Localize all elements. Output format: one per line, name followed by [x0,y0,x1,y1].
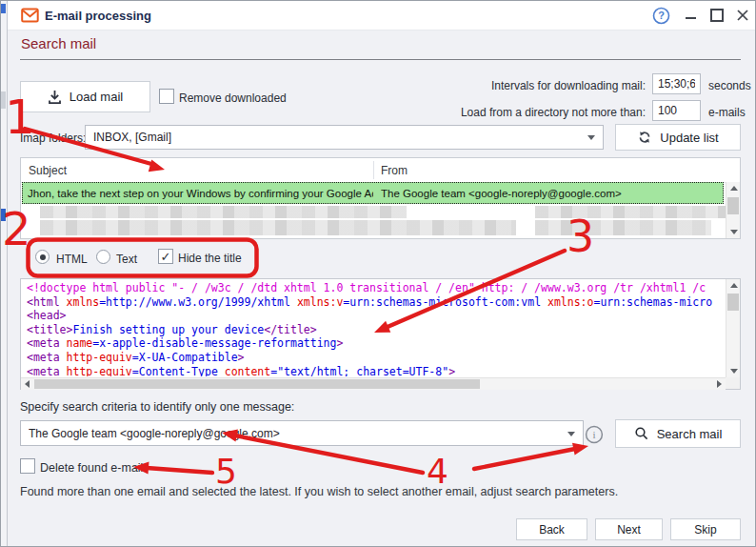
html-source-panel: <!doctype html public "- / /w3c / /dtd x… [20,278,741,390]
code-scrollbar-horizontal[interactable] [21,377,726,390]
redacted-mail-row [40,220,516,235]
search-mail-button[interactable]: Search mail [615,419,741,448]
email-envelope-icon [21,8,39,23]
search-icon [634,426,649,441]
search-criteria-dropdown[interactable]: The Google team <google-noreply@google.c… [20,420,584,446]
svg-text:?: ? [658,10,665,21]
background-mark [1,209,6,221]
check-icon: ✓ [161,251,171,263]
scrollbar-corner [726,377,740,389]
column-header-subject[interactable]: Subject [29,164,67,177]
section-divider [20,59,741,60]
background-mark [1,91,6,109]
radio-html-label: HTML [56,253,88,266]
directory-unit-label: e-mails [708,106,746,119]
radio-text-label: Text [116,253,137,266]
scroll-right-icon[interactable] [713,378,726,390]
status-message: Found more than one email and selected t… [20,485,729,498]
redacted-mail-row [40,206,407,218]
intervals-input[interactable] [652,73,701,94]
scroll-left-icon[interactable] [21,378,33,390]
minimize-icon [686,17,696,19]
mail-row-subject: Jhon, take the next step on your Windows… [28,188,373,199]
column-header-from[interactable]: From [381,164,408,177]
minimize-button[interactable] [681,6,700,25]
search-criteria-label: Specify search criteria to identify only… [20,400,294,414]
imap-folders-dropdown[interactable]: INBOX, [Gmail] [85,125,604,150]
load-mail-button[interactable]: Load mail [20,81,150,112]
mail-row-selected[interactable]: Jhon, take the next step on your Windows… [22,182,724,204]
svg-text:i: i [592,429,595,440]
intervals-label: Intervals for downloading mail: [410,79,646,92]
mail-list-header: Subject From [21,158,740,183]
mail-list: Subject From Jhon, take the next step on… [20,157,741,239]
refresh-icon [637,130,652,145]
chevron-down-icon [587,135,595,140]
chevron-down-icon [567,432,575,436]
hide-title-checkbox[interactable]: ✓ [158,249,173,264]
search-criteria-value: The Google team <google-noreply@google.c… [29,427,280,440]
maximize-icon [710,9,724,22]
window-title: E-mail processing [45,9,151,23]
background-app-edge [1,1,8,547]
mail-row-from: The Google team <google-noreply@google.c… [381,188,622,199]
imap-folders-label: Imap folders: [20,132,86,145]
info-icon[interactable]: i [585,425,604,444]
search-mail-label: Search mail [657,427,723,441]
update-list-button[interactable]: Update list [615,124,741,151]
maximize-button[interactable] [707,6,726,25]
column-divider [373,161,374,179]
scroll-down-icon[interactable] [726,226,741,238]
scroll-up-icon[interactable] [726,279,741,292]
close-icon [736,9,749,22]
load-mail-label: Load mail [70,90,123,104]
html-source-view[interactable]: <!doctype html public "- / /w3c / /dtd x… [27,281,724,376]
scrollbar-thumb[interactable] [727,197,739,214]
delete-found-email-label: Delete found e-mail [40,461,143,475]
hide-title-label: Hide the title [178,252,242,265]
radio-text[interactable] [96,250,110,264]
imap-folders-value: INBOX, [Gmail] [93,131,171,144]
update-list-label: Update list [660,131,718,145]
code-scrollbar-vertical[interactable] [726,279,740,377]
annotation-arrow-5 [147,468,212,473]
background-mark [1,4,6,13]
directory-limit-input[interactable] [652,100,701,121]
delete-found-email-checkbox[interactable] [20,458,35,474]
back-button[interactable]: Back [516,518,587,540]
help-icon: ? [652,7,670,25]
skip-button[interactable]: Skip [670,518,741,540]
help-button[interactable]: ? [651,6,670,25]
annotation-arrow-4b [474,449,575,469]
scrollbar-thumb[interactable] [34,379,480,389]
redacted-mail-row [535,220,711,235]
close-button[interactable] [733,6,752,25]
redacted-mail-row [535,206,726,218]
page-title: Search mail [21,35,96,51]
download-icon [48,90,62,105]
directory-limit-label: Load from a directory not more than: [382,106,646,119]
intervals-unit-label: seconds [708,79,751,92]
scroll-up-icon[interactable] [726,182,741,194]
radio-html[interactable] [35,250,50,264]
next-button[interactable]: Next [595,518,663,540]
email-processing-dialog: E-mail processing ? Search mail Load mai… [0,0,756,547]
remove-downloaded-label: Remove downloaded [179,91,287,105]
mail-list-scrollbar[interactable] [726,182,740,238]
scrollbar-thumb[interactable] [727,294,739,311]
scroll-down-icon[interactable] [726,365,741,377]
remove-downloaded-checkbox[interactable] [159,89,174,104]
